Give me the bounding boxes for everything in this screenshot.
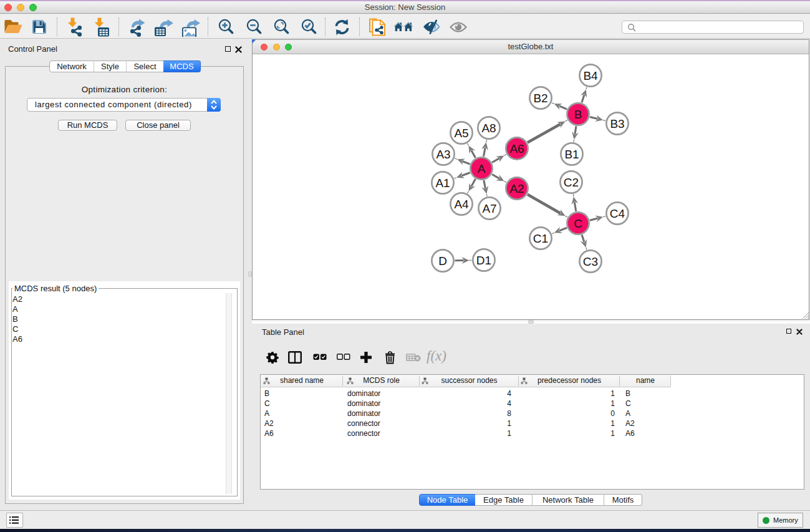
svg-text:B3: B3 bbox=[610, 117, 624, 130]
svg-text:A3: A3 bbox=[436, 148, 450, 161]
svg-text:A: A bbox=[478, 162, 486, 175]
svg-text:D: D bbox=[438, 254, 447, 268]
svg-text:A1: A1 bbox=[435, 177, 450, 190]
svg-text:A2: A2 bbox=[509, 182, 524, 195]
svg-text:D1: D1 bbox=[476, 254, 491, 267]
svg-text:B2: B2 bbox=[533, 92, 547, 105]
svg-text:A5: A5 bbox=[454, 127, 468, 140]
svg-text:A8: A8 bbox=[481, 122, 496, 135]
svg-text:C2: C2 bbox=[564, 176, 579, 189]
svg-text:A4: A4 bbox=[454, 198, 469, 211]
svg-text:B1: B1 bbox=[564, 148, 579, 161]
svg-text:C1: C1 bbox=[533, 232, 548, 245]
svg-text:C3: C3 bbox=[583, 255, 598, 268]
svg-text:A7: A7 bbox=[482, 202, 496, 215]
svg-text:B: B bbox=[574, 108, 582, 121]
svg-text:C4: C4 bbox=[610, 207, 625, 220]
svg-text:B4: B4 bbox=[583, 69, 598, 82]
svg-text:A6: A6 bbox=[509, 142, 524, 155]
svg-text:C: C bbox=[574, 217, 582, 230]
